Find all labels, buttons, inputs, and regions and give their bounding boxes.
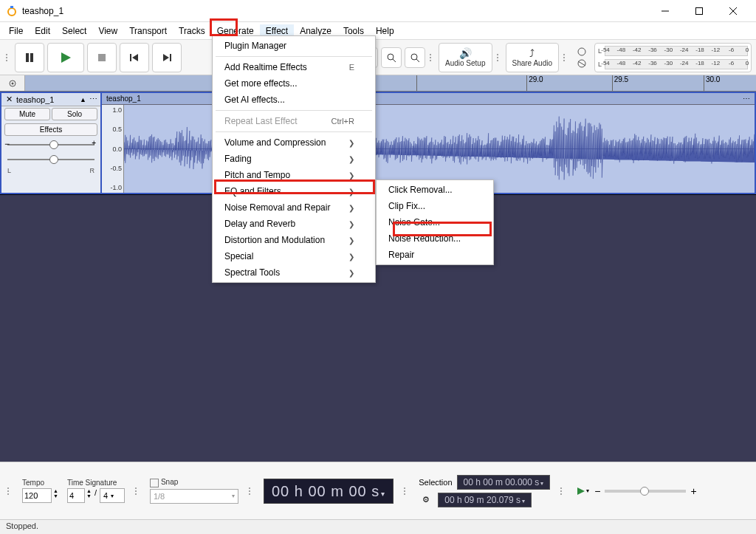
window-title: teashop_1	[22, 6, 648, 16]
svg-rect-13	[170, 54, 171, 61]
pause-button[interactable]	[15, 43, 44, 72]
menuitem-noise-reduction-[interactable]: Noise Reduction...	[377, 230, 493, 247]
track-name: teashop_1	[16, 95, 77, 104]
menuitem-noise-gate-[interactable]: Noise Gate...	[377, 214, 493, 230]
bottom-toolbar: Tempo 120▲▼ Time Signature 4 ▲▼ / 4 ▾ Sn…	[0, 462, 756, 519]
svg-point-16	[388, 54, 394, 60]
menuitem-plugin-manager[interactable]: Plugin Manager	[213, 38, 375, 54]
selection-settings-button[interactable]: ⚙	[419, 495, 433, 504]
menuitem-add-realtime-effects[interactable]: Add Realtime EffectsE	[213, 59, 375, 75]
zoom-out-button[interactable]	[381, 47, 402, 68]
chevron-right-icon: ❯	[348, 155, 354, 163]
zoom-fit-button[interactable]	[405, 47, 425, 68]
pan-l: L	[7, 167, 11, 174]
menuitem-repeat-last-effect: Repeat Last EffectCtrl+R	[213, 113, 375, 129]
menu-tracks[interactable]: Tracks	[173, 24, 211, 38]
clip-options-button[interactable]: ⋯	[743, 95, 750, 103]
track-menu-chevron[interactable]: ▲	[80, 96, 86, 103]
snap-select[interactable]: 1/8 ▾	[150, 489, 238, 504]
record-meter-icon	[572, 43, 591, 72]
toolbar-grip[interactable]	[6, 47, 10, 69]
menuitem-eq-and-filters[interactable]: EQ and Filters❯	[213, 183, 375, 199]
menu-transport[interactable]: Transport	[123, 24, 173, 38]
toolbar-grip[interactable]	[430, 47, 434, 69]
track-options-button[interactable]: ⋯	[89, 95, 97, 104]
timesig-num-input[interactable]: 4	[67, 488, 85, 503]
selection-start[interactable]: 00 h 00 m 00.000 s▾	[457, 475, 551, 490]
svg-rect-3	[696, 7, 703, 14]
toolbar-grip[interactable]	[7, 480, 12, 502]
minimize-button[interactable]	[648, 0, 682, 22]
menu-edit[interactable]: Edit	[29, 24, 56, 38]
gain-slider[interactable]: +−	[7, 139, 94, 151]
svg-rect-9	[98, 54, 106, 61]
effect-menu: Plugin ManagerAdd Realtime EffectsEGet m…	[212, 35, 376, 283]
menuitem-spectral-tools[interactable]: Spectral Tools❯	[213, 264, 375, 281]
menuitem-delay-and-reverb[interactable]: Delay and Reverb❯	[213, 216, 375, 232]
menuitem-distortion-and-modulation[interactable]: Distortion and Modulation❯	[213, 232, 375, 248]
chevron-right-icon: ❯	[348, 188, 354, 196]
play-at-speed-button[interactable]: ▾	[575, 484, 590, 499]
menuitem-noise-removal-and-repair[interactable]: Noise Removal and Repair❯	[213, 199, 375, 216]
audio-setup-label: Audio Setup	[445, 59, 486, 67]
menuitem-pitch-and-tempo[interactable]: Pitch and Tempo❯	[213, 167, 375, 183]
menu-view[interactable]: View	[92, 24, 123, 38]
timesig-den-select[interactable]: 4 ▾	[100, 488, 125, 503]
amplitude-axis: 1.00.50.0-0.5-1.0	[102, 105, 124, 193]
menuitem-volume-and-compression[interactable]: Volume and Compression❯	[213, 134, 375, 151]
status-text: Stopped.	[6, 521, 38, 530]
menuitem-fading[interactable]: Fading❯	[213, 151, 375, 167]
toolbar: 🔊 Audio Setup ⤴ Share Audio L-54-48-42-3…	[0, 40, 756, 75]
tempo-down[interactable]: ▼	[53, 493, 58, 499]
svg-line-19	[416, 59, 419, 62]
app-icon	[6, 5, 18, 17]
menu-select[interactable]: Select	[56, 24, 92, 38]
play-button[interactable]	[47, 43, 84, 72]
menuitem-clip-fix-[interactable]: Clip Fix...	[377, 198, 493, 214]
svg-marker-8	[61, 52, 71, 63]
share-audio-button[interactable]: ⤴ Share Audio	[506, 43, 560, 72]
tempo-up[interactable]: ▲	[53, 488, 58, 493]
toolbar-grip[interactable]	[135, 480, 140, 502]
track-close-button[interactable]: ✕	[4, 95, 13, 104]
menuitem-click-removal-[interactable]: Click Removal...	[377, 182, 493, 198]
menuitem-special[interactable]: Special❯	[213, 248, 375, 264]
playback-speed-slider[interactable]	[605, 490, 686, 493]
timeline-settings-button[interactable]	[0, 75, 25, 92]
solo-button[interactable]: Solo	[52, 108, 97, 120]
close-button[interactable]	[716, 0, 750, 22]
level-meter[interactable]: L-54-48-42-36-30-24-18-12-60 L-54-48-42-…	[594, 43, 752, 72]
selection-end[interactable]: 00 h 09 m 20.079 s▾	[438, 493, 532, 507]
svg-point-18	[411, 54, 417, 60]
timeline-ruler[interactable]: 27.529.029.530.0	[0, 75, 756, 92]
svg-marker-26	[577, 487, 585, 495]
snap-checkbox[interactable]	[150, 479, 159, 487]
toolbar-grip[interactable]	[497, 47, 501, 69]
svg-rect-7	[30, 53, 33, 62]
toolbar-grip[interactable]	[560, 480, 565, 502]
toolbar-grip[interactable]	[404, 480, 408, 502]
menu-file[interactable]: File	[3, 24, 29, 38]
effects-button[interactable]: Effects	[4, 123, 97, 136]
time-display[interactable]: 00 h 00 m 00 s▾	[264, 479, 394, 504]
skip-start-button[interactable]	[120, 43, 149, 72]
svg-point-0	[8, 8, 16, 16]
mute-button[interactable]: Mute	[4, 108, 50, 120]
stop-button[interactable]	[87, 43, 117, 72]
toolbar-grip[interactable]	[249, 480, 253, 502]
toolbar-grip[interactable]	[563, 47, 568, 69]
menuitem-get-more-effects-[interactable]: Get more effects...	[213, 75, 375, 92]
maximize-button[interactable]	[682, 0, 716, 22]
svg-line-17	[393, 59, 396, 62]
selection-label: Selection	[419, 478, 452, 487]
menuitem-repair[interactable]: Repair	[377, 247, 493, 263]
chevron-right-icon: ❯	[348, 253, 354, 261]
audio-setup-button[interactable]: 🔊 Audio Setup	[439, 43, 492, 72]
svg-rect-6	[26, 53, 29, 62]
tempo-input[interactable]: 120	[22, 488, 52, 503]
svg-point-20	[578, 48, 585, 55]
skip-end-button[interactable]	[152, 43, 182, 72]
menuitem-get-ai-effects-[interactable]: Get AI effects...	[213, 92, 375, 108]
status-bar: Stopped.	[0, 519, 756, 534]
pan-slider[interactable]	[7, 154, 94, 165]
